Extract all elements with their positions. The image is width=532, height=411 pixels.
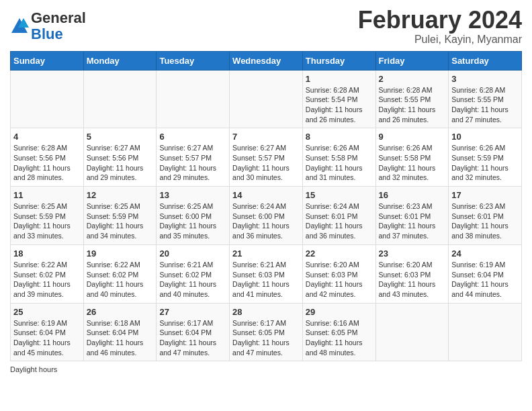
logo-blue-text: Blue: [31, 26, 63, 42]
calendar-day-cell: 29Sunrise: 6:16 AM Sunset: 6:05 PM Dayli…: [302, 303, 375, 361]
header-day: Thursday: [302, 51, 375, 70]
calendar-title: February 2024: [358, 7, 522, 34]
footer: Daylight hours: [10, 365, 522, 373]
calendar-day-cell: 8Sunrise: 6:26 AM Sunset: 5:58 PM Daylig…: [302, 128, 375, 187]
day-info: Sunrise: 6:26 AM Sunset: 5:58 PM Dayligh…: [306, 143, 373, 183]
logo: General Blue: [10, 10, 86, 42]
day-number: 15: [306, 190, 373, 200]
day-info: Sunrise: 6:25 AM Sunset: 5:59 PM Dayligh…: [87, 201, 154, 241]
day-info: Sunrise: 6:19 AM Sunset: 6:04 PM Dayligh…: [13, 318, 81, 358]
day-info: Sunrise: 6:25 AM Sunset: 5:59 PM Dayligh…: [13, 201, 81, 241]
calendar-day-cell: 4Sunrise: 6:28 AM Sunset: 5:56 PM Daylig…: [11, 128, 84, 187]
day-info: Sunrise: 6:27 AM Sunset: 5:56 PM Dayligh…: [87, 143, 154, 183]
day-info: Sunrise: 6:17 AM Sunset: 6:04 PM Dayligh…: [159, 318, 226, 358]
day-number: 9: [379, 132, 446, 142]
day-info: Sunrise: 6:24 AM Sunset: 6:01 PM Dayligh…: [306, 201, 373, 241]
calendar-week-row: 18Sunrise: 6:22 AM Sunset: 6:02 PM Dayli…: [11, 244, 522, 303]
day-number: 11: [13, 190, 81, 200]
calendar-week-row: 25Sunrise: 6:19 AM Sunset: 6:04 PM Dayli…: [11, 303, 522, 361]
header-day: Monday: [83, 51, 157, 70]
calendar-day-cell: 27Sunrise: 6:17 AM Sunset: 6:04 PM Dayli…: [157, 303, 230, 361]
day-info: Sunrise: 6:22 AM Sunset: 6:02 PM Dayligh…: [13, 260, 81, 300]
day-info: Sunrise: 6:28 AM Sunset: 5:55 PM Dayligh…: [379, 85, 446, 125]
day-info: Sunrise: 6:23 AM Sunset: 6:01 PM Dayligh…: [451, 201, 519, 241]
calendar-day-cell: 19Sunrise: 6:22 AM Sunset: 6:02 PM Dayli…: [83, 244, 157, 303]
calendar-day-cell: [83, 70, 157, 128]
calendar-day-cell: 9Sunrise: 6:26 AM Sunset: 5:58 PM Daylig…: [375, 128, 449, 187]
calendar-day-cell: 23Sunrise: 6:20 AM Sunset: 6:03 PM Dayli…: [375, 244, 449, 303]
day-number: 28: [232, 307, 300, 317]
day-number: 25: [13, 307, 81, 317]
title-block: February 2024 Pulei, Kayin, Myanmar: [358, 7, 522, 46]
calendar-day-cell: 28Sunrise: 6:17 AM Sunset: 6:05 PM Dayli…: [230, 303, 303, 361]
calendar-day-cell: 21Sunrise: 6:21 AM Sunset: 6:03 PM Dayli…: [230, 244, 303, 303]
day-info: Sunrise: 6:28 AM Sunset: 5:54 PM Dayligh…: [306, 85, 373, 125]
day-number: 3: [451, 74, 519, 84]
header-day: Friday: [375, 51, 449, 70]
calendar-day-cell: [449, 303, 522, 361]
calendar-day-cell: 24Sunrise: 6:19 AM Sunset: 6:04 PM Dayli…: [449, 244, 522, 303]
day-info: Sunrise: 6:18 AM Sunset: 6:04 PM Dayligh…: [87, 318, 154, 358]
calendar-day-cell: 11Sunrise: 6:25 AM Sunset: 5:59 PM Dayli…: [11, 187, 84, 245]
day-number: 1: [306, 74, 373, 84]
calendar-day-cell: 1Sunrise: 6:28 AM Sunset: 5:54 PM Daylig…: [302, 70, 375, 128]
day-number: 26: [87, 307, 154, 317]
calendar-day-cell: 15Sunrise: 6:24 AM Sunset: 6:01 PM Dayli…: [302, 187, 375, 245]
header-day: Sunday: [11, 51, 84, 70]
calendar-day-cell: 12Sunrise: 6:25 AM Sunset: 5:59 PM Dayli…: [83, 187, 157, 245]
header-day: Wednesday: [230, 51, 303, 70]
day-number: 29: [306, 307, 373, 317]
day-info: Sunrise: 6:22 AM Sunset: 6:02 PM Dayligh…: [87, 260, 154, 300]
day-number: 2: [379, 74, 446, 84]
day-info: Sunrise: 6:24 AM Sunset: 6:00 PM Dayligh…: [232, 201, 300, 241]
day-info: Sunrise: 6:21 AM Sunset: 6:02 PM Dayligh…: [159, 260, 226, 300]
day-number: 23: [379, 248, 446, 259]
calendar-day-cell: 18Sunrise: 6:22 AM Sunset: 6:02 PM Dayli…: [11, 244, 84, 303]
day-number: 6: [159, 132, 226, 142]
calendar-table: SundayMondayTuesdayWednesdayThursdayFrid…: [10, 51, 522, 362]
day-number: 17: [451, 190, 519, 200]
header-day: Saturday: [449, 51, 522, 70]
day-number: 20: [159, 248, 226, 259]
calendar-day-cell: 16Sunrise: 6:23 AM Sunset: 6:01 PM Dayli…: [375, 187, 449, 245]
calendar-day-cell: 10Sunrise: 6:26 AM Sunset: 5:59 PM Dayli…: [449, 128, 522, 187]
day-number: 16: [379, 190, 446, 200]
calendar-day-cell: 2Sunrise: 6:28 AM Sunset: 5:55 PM Daylig…: [375, 70, 449, 128]
day-number: 5: [87, 132, 154, 142]
day-info: Sunrise: 6:20 AM Sunset: 6:03 PM Dayligh…: [379, 260, 446, 300]
calendar-day-cell: 25Sunrise: 6:19 AM Sunset: 6:04 PM Dayli…: [11, 303, 84, 361]
day-info: Sunrise: 6:28 AM Sunset: 5:55 PM Dayligh…: [451, 85, 519, 125]
day-info: Sunrise: 6:17 AM Sunset: 6:05 PM Dayligh…: [232, 318, 300, 358]
day-number: 13: [159, 190, 226, 200]
day-number: 27: [159, 307, 226, 317]
calendar-day-cell: 13Sunrise: 6:25 AM Sunset: 6:00 PM Dayli…: [157, 187, 230, 245]
day-number: 19: [87, 248, 154, 259]
page-header: General Blue February 2024 Pulei, Kayin,…: [10, 7, 522, 46]
day-number: 10: [451, 132, 519, 142]
calendar-week-row: 1Sunrise: 6:28 AM Sunset: 5:54 PM Daylig…: [11, 70, 522, 128]
day-info: Sunrise: 6:26 AM Sunset: 5:58 PM Dayligh…: [379, 143, 446, 183]
calendar-subtitle: Pulei, Kayin, Myanmar: [358, 34, 522, 46]
day-info: Sunrise: 6:27 AM Sunset: 5:57 PM Dayligh…: [159, 143, 226, 183]
calendar-day-cell: 26Sunrise: 6:18 AM Sunset: 6:04 PM Dayli…: [83, 303, 157, 361]
day-number: 18: [13, 248, 81, 259]
calendar-day-cell: [11, 70, 84, 128]
day-info: Sunrise: 6:28 AM Sunset: 5:56 PM Dayligh…: [13, 143, 81, 183]
calendar-day-cell: [157, 70, 230, 128]
day-number: 8: [306, 132, 373, 142]
day-info: Sunrise: 6:27 AM Sunset: 5:57 PM Dayligh…: [232, 143, 300, 183]
calendar-day-cell: 5Sunrise: 6:27 AM Sunset: 5:56 PM Daylig…: [83, 128, 157, 187]
header-day: Tuesday: [157, 51, 230, 70]
day-number: 21: [232, 248, 300, 259]
footer-label: Daylight hours: [10, 365, 57, 373]
calendar-day-cell: 14Sunrise: 6:24 AM Sunset: 6:00 PM Dayli…: [230, 187, 303, 245]
day-info: Sunrise: 6:21 AM Sunset: 6:03 PM Dayligh…: [232, 260, 300, 300]
calendar-day-cell: 3Sunrise: 6:28 AM Sunset: 5:55 PM Daylig…: [449, 70, 522, 128]
day-info: Sunrise: 6:25 AM Sunset: 6:00 PM Dayligh…: [159, 201, 226, 241]
calendar-header: SundayMondayTuesdayWednesdayThursdayFrid…: [11, 51, 522, 70]
day-number: 7: [232, 132, 300, 142]
day-info: Sunrise: 6:20 AM Sunset: 6:03 PM Dayligh…: [306, 260, 373, 300]
day-number: 24: [451, 248, 519, 259]
calendar-body: 1Sunrise: 6:28 AM Sunset: 5:54 PM Daylig…: [11, 70, 522, 361]
calendar-day-cell: 20Sunrise: 6:21 AM Sunset: 6:02 PM Dayli…: [157, 244, 230, 303]
